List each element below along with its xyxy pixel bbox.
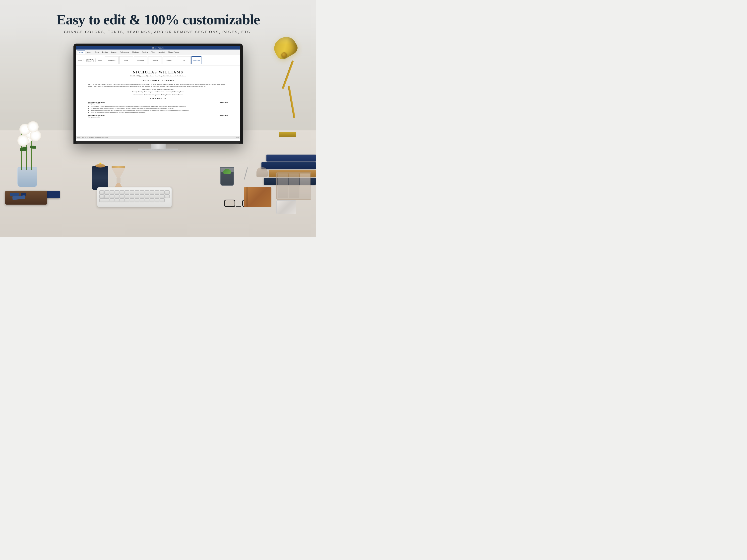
- resume-content: NICHOLAS WILLIAMS 555.555.5555 | yourema…: [76, 65, 240, 136]
- date-2: Date – Date: [220, 115, 228, 116]
- key[interactable]: [104, 190, 109, 194]
- key[interactable]: [165, 190, 170, 194]
- paragraph-group: ≡ ≡ ≡ ≡: [97, 59, 103, 61]
- key[interactable]: [125, 190, 129, 194]
- style-box-normal[interactable]: Normal: [119, 56, 133, 64]
- key[interactable]: [135, 194, 139, 198]
- flower-5: [18, 135, 29, 146]
- key[interactable]: [145, 194, 149, 198]
- key[interactable]: [125, 198, 129, 202]
- section-experience: EXPERIENCE: [88, 97, 228, 100]
- key[interactable]: [99, 194, 104, 198]
- key[interactable]: [120, 190, 124, 194]
- resume-contact: 555.555.5555 | youremail@mail.com | San …: [88, 75, 228, 77]
- leaf-2: [30, 145, 36, 149]
- key[interactable]: [150, 190, 154, 194]
- key[interactable]: [109, 190, 114, 194]
- hourglass-cap-top: [111, 166, 125, 168]
- style-box-title[interactable]: Title: [177, 56, 191, 64]
- key[interactable]: [150, 198, 154, 202]
- key[interactable]: [145, 198, 149, 202]
- scissors-body: [244, 167, 248, 180]
- book-1: [266, 155, 316, 162]
- style-box-heading2[interactable]: Heading 2: [162, 56, 176, 64]
- word-title-bar: 2 Page Resume: [76, 46, 240, 50]
- key[interactable]: [135, 190, 139, 194]
- font-group: Calibri ▼ 11 ▼ B I U ab X₂ X²: [85, 58, 96, 62]
- key[interactable]: [155, 198, 159, 202]
- clipboard-group: Paste: [77, 59, 83, 61]
- key[interactable]: [165, 194, 170, 198]
- key[interactable]: [120, 198, 124, 202]
- lamp-ball: [281, 52, 287, 58]
- monitor-frame: 2 Page Resume Home Insert Draw Design La…: [74, 44, 243, 143]
- tab-insert[interactable]: Insert: [86, 51, 93, 54]
- lamp: [261, 32, 296, 137]
- bullet-4: Check out page 9 of the Guide to Landing…: [91, 111, 228, 113]
- tab-references[interactable]: References: [119, 51, 130, 54]
- style-box-heading1[interactable]: Heading 1: [148, 56, 162, 64]
- key[interactable]: [109, 198, 114, 202]
- vase: [18, 167, 37, 187]
- style-box-get-landed[interactable]: Get Landed...: [105, 56, 119, 64]
- tab-shape-format[interactable]: Shape Format: [167, 51, 180, 54]
- key[interactable]: [155, 190, 159, 194]
- tab-layout[interactable]: Layout: [110, 51, 118, 54]
- glasses-lens-left: [224, 199, 235, 207]
- key[interactable]: [140, 198, 144, 202]
- tab-view[interactable]: View: [150, 51, 156, 54]
- tab-acrobat[interactable]: Acrobat: [157, 51, 166, 54]
- key[interactable]: [120, 194, 124, 198]
- styles-pane-button[interactable]: Styles Pane: [191, 56, 202, 64]
- key[interactable]: [140, 190, 144, 194]
- key[interactable]: [109, 194, 114, 198]
- key[interactable]: [135, 198, 139, 202]
- hourglass-top: [111, 168, 125, 178]
- main-title: Easy to edit & 100% customizable: [56, 11, 260, 28]
- key[interactable]: [155, 194, 159, 198]
- key[interactable]: [160, 194, 164, 198]
- word-ribbon-tools: Paste Calibri ▼ 11 ▼ B I U ab X₂ X² ≡ ≡ …: [76, 55, 240, 65]
- leather-notebook: [244, 187, 272, 207]
- key[interactable]: [160, 190, 164, 194]
- glasses-bridge: [236, 206, 241, 207]
- organizer-slot-1: [278, 174, 288, 198]
- italic-text: Award-Winning, Strategic Sales Leader wi…: [88, 88, 228, 90]
- key[interactable]: [150, 194, 154, 198]
- tab-review[interactable]: Review: [141, 51, 149, 54]
- organizer-slot-2: [289, 174, 299, 198]
- key[interactable]: [114, 194, 119, 198]
- monitor-bottom-bar: [76, 141, 240, 143]
- tab-design[interactable]: Design: [101, 51, 109, 54]
- keyboard-keys: [97, 188, 172, 204]
- key[interactable]: [99, 190, 104, 194]
- flower-vase: [5, 117, 55, 187]
- tray-item-3: [12, 195, 25, 200]
- exp-bullets: Concentrate on these three things when u…: [91, 105, 228, 113]
- sub-title: CHANGE COLORS, FONTS, HEADINGS, ADD or R…: [64, 30, 252, 34]
- bullet-2: Targeting your resume to the job posting…: [91, 107, 228, 109]
- keyboard[interactable]: [97, 187, 172, 207]
- monitor-container: 2 Page Resume Home Insert Draw Design La…: [74, 44, 243, 151]
- style-box-no-spacing[interactable]: No Spacing: [134, 56, 148, 64]
- monitor-base: [138, 149, 178, 151]
- key[interactable]: [130, 198, 134, 202]
- key[interactable]: [125, 194, 129, 198]
- flower-6: [27, 121, 38, 132]
- candle: [92, 166, 108, 190]
- key[interactable]: [99, 198, 109, 202]
- monitor-stand-neck: [151, 143, 165, 149]
- tab-mailings[interactable]: Mailings: [131, 51, 140, 54]
- tab-home[interactable]: Home: [77, 51, 85, 54]
- key[interactable]: [160, 198, 164, 202]
- key[interactable]: [140, 194, 144, 198]
- key[interactable]: [145, 190, 149, 194]
- tab-draw[interactable]: Draw: [93, 51, 100, 54]
- key[interactable]: [104, 194, 109, 198]
- key[interactable]: [114, 190, 119, 194]
- tray-item-1: [10, 193, 19, 196]
- key[interactable]: [130, 190, 134, 194]
- header-area: Easy to edit & 100% customizable CHANGE …: [0, 0, 316, 45]
- key[interactable]: [114, 198, 119, 202]
- key[interactable]: [130, 194, 134, 198]
